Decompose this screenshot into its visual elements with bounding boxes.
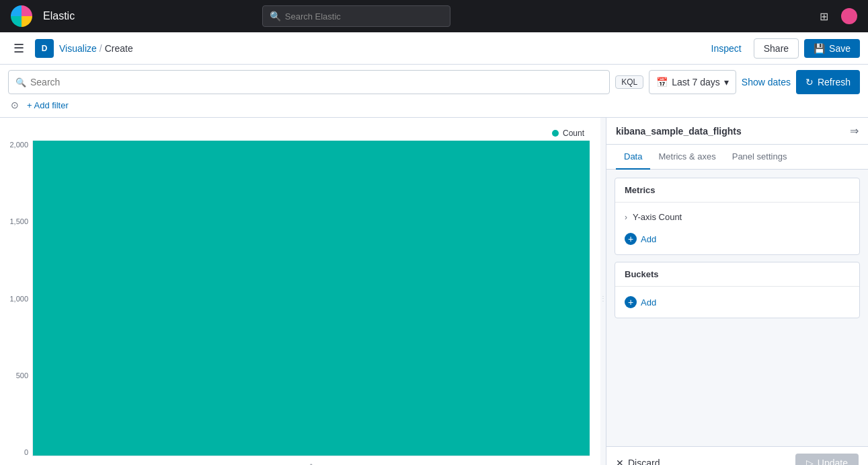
chart-bar [33,141,590,456]
buckets-section-header: Buckets [615,262,859,287]
main-content: Count Count 2,000 1,500 1,000 500 0 ⬦ Al… [0,118,868,465]
top-nav: Elastic 🔍 ⊞ [0,0,868,32]
buckets-add-circle-icon: + [625,296,637,308]
metrics-section-header: Metrics [615,178,859,203]
refresh-button[interactable]: ↻ Refresh [796,70,860,94]
chart-area: Count Count 2,000 1,500 1,000 500 0 ⬦ Al… [0,118,600,465]
filter-row: ⊙ + Add filter [8,98,860,112]
metrics-section: Metrics › Y-axis Count + Add [615,178,860,255]
search-filter-bar: 🔍 KQL 📅 Last 7 days ▾ Show dates ↻ Refre… [0,65,868,118]
discard-button[interactable]: ✕ Discard [616,458,660,465]
date-range-label: Last 7 days [672,77,720,87]
grid-icon[interactable]: ⊞ [814,7,833,26]
search-icon: 🔍 [15,77,26,87]
all-docs-icon: ⬦ [308,459,315,465]
panel-body: Metrics › Y-axis Count + Add Buckets [606,170,868,446]
breadcrumb-separator: / [100,43,102,54]
global-search-bar[interactable]: 🔍 [262,5,450,27]
y-tick-1000: 1,000 [9,295,28,303]
save-button[interactable]: 💾 Save [804,39,860,58]
calendar-icon: 📅 [656,77,668,87]
panel-footer: ✕ Discard ▷ Update [606,446,868,465]
buckets-add-button[interactable]: + Add [615,291,859,314]
add-filter-button[interactable]: + Add filter [27,100,69,110]
app-title: Elastic [43,10,75,22]
y-tick-0: 0 [24,448,28,456]
x-axis-area: ⬦ All docs [0,456,590,465]
tab-panel-settings[interactable]: Panel settings [724,145,795,170]
y-tick-2000: 2,000 [9,141,28,149]
legend-label: Count [563,129,584,138]
resize-handle[interactable]: ⋮ [600,118,606,465]
panel-header: kibana_sample_data_flights ⇒ [606,118,868,145]
buckets-section-body: + Add [615,287,859,318]
breadcrumb: Visualize / Create [59,43,133,54]
right-panel: kibana_sample_data_flights ⇒ Data Metric… [606,118,868,465]
global-search-input[interactable] [285,11,443,22]
add-circle-icon: + [625,233,637,245]
tab-data[interactable]: Data [616,145,650,170]
y-axis-label: Count [0,283,1,302]
play-icon: ▷ [806,458,814,465]
legend-dot [552,130,559,137]
search-row: 🔍 KQL 📅 Last 7 days ▾ Show dates ↻ Refre… [8,70,860,94]
buckets-add-label: Add [641,297,656,308]
breadcrumb-parent[interactable]: Visualize [59,43,97,54]
discard-label: Discard [628,458,660,465]
filter-icon-button[interactable]: ⊙ [8,98,22,112]
elastic-logo [11,5,32,27]
chart-legend: Count [0,129,590,141]
panel-title: kibana_sample_data_flights [616,126,742,137]
chart-plot [32,141,590,456]
panel-tabs: Data Metrics & axes Panel settings [606,145,868,170]
share-button[interactable]: Share [754,38,799,59]
search-icon: 🔍 [270,11,281,22]
refresh-icon: ↻ [805,77,814,87]
save-icon: 💾 [814,43,825,54]
refresh-label: Refresh [818,77,851,87]
user-avatar[interactable] [841,8,857,24]
update-label: Update [818,458,848,465]
buckets-section: Buckets + Add [615,262,860,318]
user-badge: D [35,39,54,58]
search-input[interactable] [30,77,602,87]
y-tick-1500: 1,500 [9,217,28,225]
date-picker[interactable]: 📅 Last 7 days ▾ [649,70,736,94]
inspect-button[interactable]: Inspect [705,39,748,58]
tab-metrics-axes[interactable]: Metrics & axes [650,145,723,170]
menu-button[interactable]: ☰ [8,38,30,59]
chevron-right-icon: › [625,213,627,222]
save-label: Save [829,43,851,54]
panel-menu-button[interactable]: ⇒ [850,124,859,137]
kql-badge[interactable]: KQL [615,75,643,89]
show-dates-button[interactable]: Show dates [742,77,791,87]
metrics-add-button[interactable]: + Add [615,227,859,250]
search-input-wrap[interactable]: 🔍 [8,70,610,94]
close-icon: ✕ [616,458,624,465]
header-actions: Inspect Share 💾 Save [705,38,860,59]
y-tick-500: 500 [16,371,28,380]
y-axis: Count 2,000 1,500 1,000 500 0 [0,141,32,456]
metric-item-yaxis-count[interactable]: › Y-axis Count [615,207,859,227]
chart-inner: Count 2,000 1,500 1,000 500 0 [0,141,590,456]
metrics-add-label: Add [641,234,656,244]
breadcrumb-current: Create [105,43,133,54]
nav-icons: ⊞ [814,7,857,26]
update-button[interactable]: ▷ Update [795,454,859,465]
metric-label: Y-axis Count [633,212,682,222]
metrics-section-body: › Y-axis Count + Add [615,203,859,254]
header-bar: ☰ D Visualize / Create Inspect Share 💾 S… [0,32,868,65]
chevron-down-icon: ▾ [724,77,729,87]
